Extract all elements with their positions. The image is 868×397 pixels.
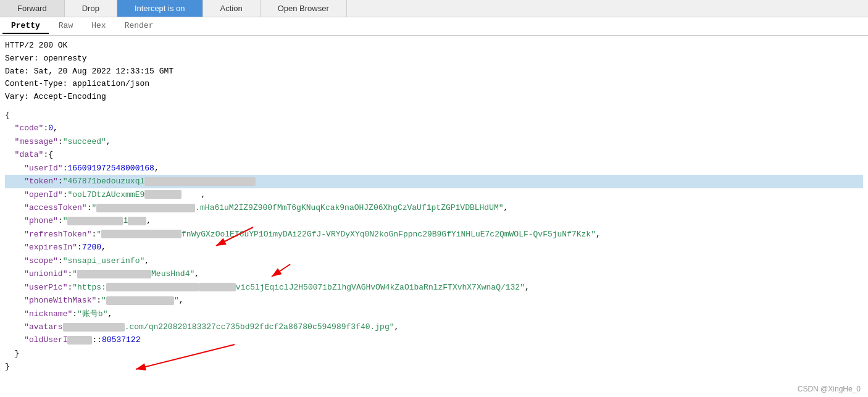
json-token: "token":"467871bedouzuxql <box>5 175 863 188</box>
json-expiresin: "expiresIn":7200, <box>5 241 863 254</box>
header-date: Date: Sat, 20 Aug 2022 12:33:15 GMT <box>5 65 863 78</box>
header-server: Server: openresty <box>5 52 863 65</box>
json-unionid: "unionid":" MeusHnd4", <box>5 267 863 280</box>
json-accesstoken: "accessToken":" .mHa61uM2IZ9Z900fMmT6gKN… <box>5 201 863 214</box>
http-headers: HTTP/2 200 OK Server: openresty Date: Sa… <box>5 40 863 104</box>
json-code: "code":0, <box>5 122 863 135</box>
intercept-button[interactable]: Intercept is on <box>117 0 203 17</box>
tab-pretty[interactable]: Pretty <box>2 19 49 34</box>
header-content-type: Content-Type: application/json <box>5 78 863 91</box>
drop-button[interactable]: Drop <box>65 0 117 17</box>
tab-render[interactable]: Render <box>116 19 162 34</box>
json-nickname: "nickname":"账号b", <box>5 307 863 320</box>
header-vary: Vary: Accept-Encoding <box>5 91 863 104</box>
tab-hex[interactable]: Hex <box>83 19 114 34</box>
action-button[interactable]: Action <box>203 0 261 17</box>
response-content: HTTP/2 200 OK Server: openresty Date: Sa… <box>0 36 868 377</box>
json-refreshtoken: "refreshToken":" fnWyGXzOolET6uYP1OimyDA… <box>5 228 863 241</box>
json-phone: "phone":" 1 , <box>5 214 863 227</box>
json-avatars: "avatars .com/qn220820183327cc735bd92fdc… <box>5 320 863 333</box>
tabs-bar: Pretty Raw Hex Render <box>0 17 868 36</box>
tab-raw[interactable]: Raw <box>50 19 81 34</box>
open-browser-button[interactable]: Open Browser <box>261 0 347 17</box>
footer-credit: CSDN @XingHe_0 <box>798 385 861 393</box>
json-close: } <box>5 360 863 373</box>
json-data-close: } <box>5 347 863 360</box>
json-olduserid: "oldUserI ::80537122 <box>5 333 863 346</box>
json-data: "data":{ <box>5 148 863 161</box>
json-scope: "scope":"snsapi_userinfo", <box>5 254 863 267</box>
forward-button[interactable]: Forward <box>0 0 65 17</box>
json-message: "message":"succeed", <box>5 135 863 148</box>
json-userid: "userId":166091972548000168, <box>5 162 863 175</box>
json-openid: "openId":"ooL7DtzAUcxmmE9 , <box>5 188 863 201</box>
header-status: HTTP/2 200 OK <box>5 40 863 52</box>
json-open: { <box>5 109 863 122</box>
json-userpic: "userPic":"https: vic5ljEqiclJ2H5007ibZl… <box>5 281 863 294</box>
json-phonewithmask: "phoneWithMask":" ", <box>5 294 863 307</box>
toolbar: Forward Drop Intercept is on Action Open… <box>0 0 868 17</box>
json-body: { "code":0, "message":"succeed", "data":… <box>5 109 863 374</box>
